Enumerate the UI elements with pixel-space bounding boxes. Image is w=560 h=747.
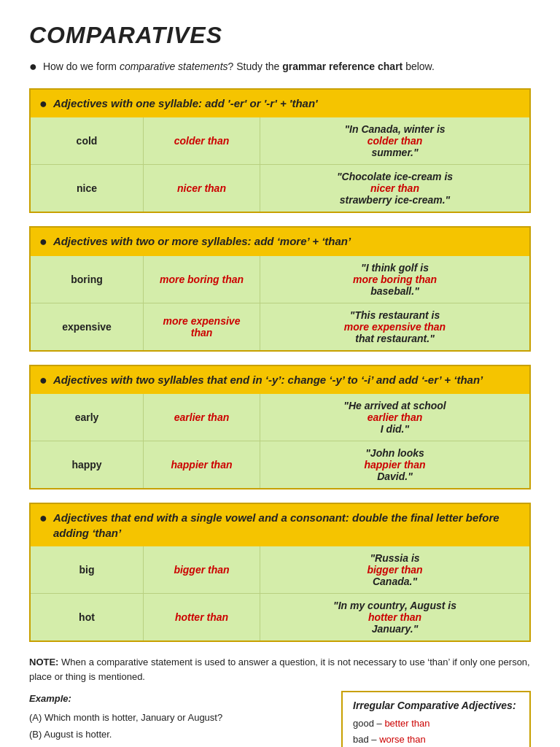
example-label: Example:: [29, 691, 330, 707]
section-bullet: ●: [39, 373, 47, 389]
section-two-syllables: ● Adjectives with two or more syllables:…: [29, 226, 531, 352]
example-expensive: "This restaurant is more expensive than …: [260, 303, 529, 350]
irregular-box: Irregular Comparative Adjectives: good –…: [341, 691, 531, 747]
comp-earlier: earlier than: [144, 394, 260, 441]
irregular-bad: bad – worse than: [353, 732, 519, 747]
example-line-1: (A) Which month is hotter, January or Au…: [29, 710, 330, 726]
section-two-syllables-body: boring more boring than "I think golf is…: [31, 256, 529, 350]
adj-happy: happy: [31, 441, 144, 488]
comp-more-expensive: more expensive than: [144, 303, 260, 350]
section-one-syllable-body: cold colder than "In Canada, winter is c…: [31, 117, 529, 212]
adj-boring: boring: [31, 256, 144, 303]
irregular-bad-comp: worse than: [379, 734, 426, 745]
irregular-title: Irregular Comparative Adjectives:: [353, 700, 519, 711]
comp-nicer: nicer than: [144, 164, 260, 212]
example-early: "He arrived at school earlier than I did…: [260, 394, 529, 441]
example-box: Example: (A) Which month is hotter, Janu…: [29, 691, 330, 747]
example-line-2: (B) August is hotter.: [29, 727, 330, 743]
section-end-in-y-body: early earlier than "He arrived at school…: [31, 394, 529, 488]
example-hot: "In my country, August is hotter than Ja…: [260, 593, 529, 640]
comp-colder: colder than: [144, 117, 260, 164]
example-big: "Russia is bigger than Canada.": [260, 546, 529, 593]
section-bullet: ●: [39, 234, 47, 250]
section-two-syllables-header: ● Adjectives with two or more syllables:…: [31, 228, 529, 256]
section-one-syllable: ● Adjectives with one syllable: add '-er…: [29, 88, 531, 214]
adj-expensive: expensive: [31, 303, 144, 350]
irregular-good-comp: better than: [384, 718, 429, 729]
bottom-grid: Example: (A) Which month is hotter, Janu…: [29, 691, 531, 747]
section-single-vowel-body: big bigger than "Russia is bigger than C…: [31, 546, 529, 640]
intro-section: ● How do we form comparative statements?…: [29, 59, 531, 75]
section-one-syllable-title: Adjectives with one syllable: add '-er' …: [53, 96, 318, 111]
intro-text: How do we form comparative statements? S…: [43, 59, 435, 74]
adj-nice: nice: [31, 164, 144, 212]
adj-hot: hot: [31, 593, 144, 640]
note-text: When a comparative statement is used to …: [29, 657, 530, 682]
page-title: COMPARATIVES: [29, 22, 531, 49]
adj-cold: cold: [31, 117, 144, 164]
section-end-in-y-header: ● Adjectives with two syllables that end…: [31, 366, 529, 395]
comp-happier: happier than: [144, 441, 260, 488]
note-section: NOTE: When a comparative statement is us…: [29, 655, 531, 684]
section-end-in-y-title: Adjectives with two syllables that end i…: [53, 372, 483, 387]
example-nice: "Chocolate ice-cream is nicer than straw…: [260, 164, 529, 212]
section-end-in-y: ● Adjectives with two syllables that end…: [29, 365, 531, 490]
adj-early: early: [31, 394, 144, 441]
adj-big: big: [31, 546, 144, 593]
note-label: NOTE:: [29, 657, 58, 667]
intro-bullet: ●: [29, 59, 37, 75]
comp-hotter: hotter than: [144, 593, 260, 640]
comp-more-boring: more boring than: [144, 256, 260, 303]
section-two-syllables-title: Adjectives with two or more syllables: a…: [53, 233, 351, 249]
section-single-vowel: ● Adjectives that end with a single vowe…: [29, 503, 531, 642]
section-bullet: ●: [39, 511, 47, 527]
example-happy: "John looks happier than David.": [260, 441, 529, 488]
section-single-vowel-header: ● Adjectives that end with a single vowe…: [31, 504, 529, 546]
section-bullet: ●: [39, 96, 47, 112]
irregular-good: good – better than: [353, 716, 519, 732]
example-cold: "In Canada, winter is colder than summer…: [260, 117, 529, 164]
section-one-syllable-header: ● Adjectives with one syllable: add '-er…: [31, 90, 529, 118]
section-single-vowel-title: Adjectives that end with a single vowel …: [53, 510, 521, 541]
example-boring: "I think golf is more boring than baseba…: [260, 256, 529, 303]
comp-bigger: bigger than: [144, 546, 260, 593]
